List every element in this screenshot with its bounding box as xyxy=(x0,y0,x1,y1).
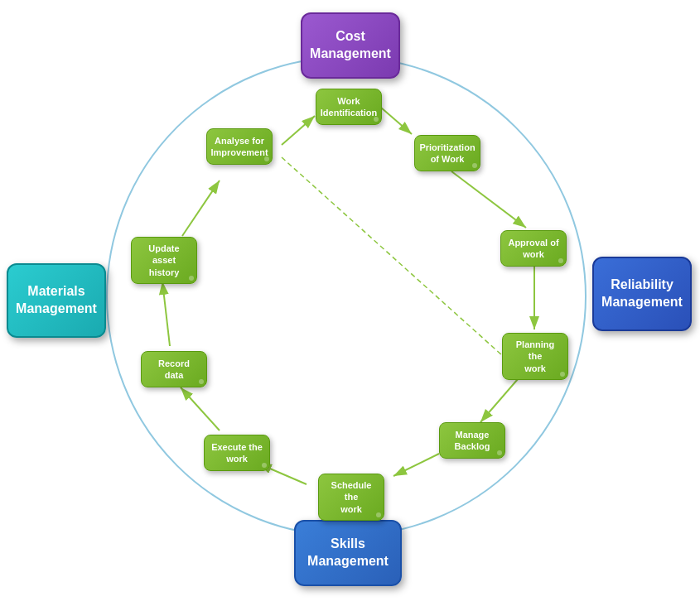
record-data-label: Record data xyxy=(148,358,200,382)
materials-management-box: MaterialsManagement xyxy=(7,263,106,338)
manage-backlog-box: ManageBacklog xyxy=(439,422,505,459)
prioritization-label: Prioritizationof Work xyxy=(419,142,475,166)
manage-backlog-label: ManageBacklog xyxy=(455,429,490,453)
update-asset-box: Update assethistory xyxy=(131,237,197,284)
diagram-container: CostManagement MaterialsManagement Relia… xyxy=(0,0,700,606)
prioritization-box: Prioritizationof Work xyxy=(414,135,480,171)
materials-management-label: MaterialsManagement xyxy=(16,283,97,318)
reliability-management-box: ReliabilityManagement xyxy=(592,257,692,331)
skills-management-label: SkillsManagement xyxy=(307,536,389,570)
approval-box: Approval ofwork xyxy=(500,230,567,267)
planning-label: Planning thework xyxy=(509,339,561,374)
execute-label: Execute thework xyxy=(211,441,263,465)
work-identification-box: WorkIdentification xyxy=(316,89,382,125)
execute-box: Execute thework xyxy=(204,435,270,471)
analyse-box: Analyse forImprovement xyxy=(206,128,273,165)
record-data-box: Record data xyxy=(141,351,207,387)
cost-management-label: CostManagement xyxy=(310,28,391,63)
work-identification-label: WorkIdentification xyxy=(321,95,377,119)
main-circle xyxy=(106,56,587,536)
update-asset-label: Update assethistory xyxy=(138,243,190,278)
approval-label: Approval ofwork xyxy=(508,237,558,261)
cost-management-box: CostManagement xyxy=(301,12,400,79)
skills-management-box: SkillsManagement xyxy=(294,520,402,586)
planning-box: Planning thework xyxy=(502,333,568,380)
schedule-box: Schedule thework xyxy=(318,474,384,521)
analyse-label: Analyse forImprovement xyxy=(210,135,268,159)
schedule-label: Schedule thework xyxy=(326,479,377,515)
reliability-management-label: ReliabilityManagement xyxy=(601,277,683,311)
